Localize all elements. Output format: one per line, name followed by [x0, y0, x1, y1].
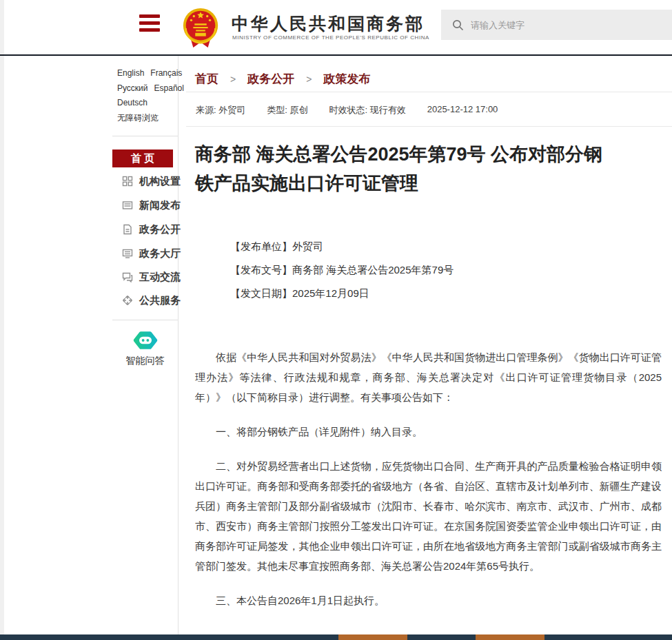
- document-icon: [121, 224, 133, 236]
- news-icon: [121, 200, 133, 211]
- sidebar-item-label: 互动交流: [139, 271, 181, 284]
- search-icon: [452, 19, 464, 31]
- sidebar-item-interaction[interactable]: 互动交流: [121, 269, 181, 285]
- header-divider: [0, 54, 672, 56]
- sidebar-item-gov-info[interactable]: 政务公开: [121, 222, 181, 237]
- footer-bar: [0, 634, 672, 640]
- left-gutter: [0, 0, 4, 640]
- language-switcher: English Français Русский Español Deutsch: [117, 66, 186, 111]
- meta-source: 来源: 外贸司: [196, 104, 245, 116]
- info-issue-date: 【发文日期】2025年12月09日: [230, 282, 454, 305]
- lang-francais[interactable]: Français: [150, 66, 182, 81]
- search-box[interactable]: [441, 10, 672, 40]
- public-service-icon: [121, 295, 133, 307]
- sidebar-item-label: 公共服务: [139, 294, 181, 307]
- sidebar-item-org[interactable]: 机构设置: [121, 174, 181, 189]
- breadcrumb-rule: [186, 92, 672, 92]
- sidebar-rule-top: [112, 136, 178, 136]
- breadcrumb-separator: >: [230, 74, 236, 85]
- meta-rule: [186, 126, 672, 127]
- article-paragraph: 一、将部分钢铁产品（详见附件）纳入目录。: [195, 422, 662, 442]
- page: 中华人民共和国商务部 MINISTRY OF COMMERCE OF THE P…: [0, 0, 672, 640]
- service-hall-icon: [121, 248, 133, 260]
- national-emblem-icon: [179, 5, 222, 49]
- sidebar-item-home[interactable]: 首 页: [112, 149, 173, 167]
- breadcrumb: 首页 > 政务公开 > 政策发布: [195, 71, 370, 87]
- sidebar-item-label: 机构设置: [139, 175, 181, 188]
- article-paragraph: 三、本公告自2026年1月1日起执行。: [195, 590, 662, 610]
- ai-qa-label: 智能问答: [112, 355, 178, 367]
- breadcrumb-separator: >: [306, 74, 312, 85]
- lang-english[interactable]: English: [117, 66, 144, 81]
- lang-deutsch[interactable]: Deutsch: [117, 96, 147, 111]
- sidebar-item-service-hall[interactable]: 政务大厅: [121, 246, 181, 261]
- article-paragraph: 二、对外贸易经营者出口上述货物，应凭货物出口合同、生产商开具的产品质量检验合格证…: [195, 456, 662, 576]
- sidebar-divider: [178, 56, 179, 634]
- sidebar-item-label: 政务大厅: [139, 247, 181, 260]
- meta-status: 时效状态: 现行有效: [329, 104, 405, 116]
- lang-russian[interactable]: Русский: [117, 81, 148, 96]
- article-title: 商务部 海关总署公告2025年第79号 公布对部分钢铁产品实施出口许可证管理: [195, 140, 609, 198]
- accessibility-link[interactable]: 无障碍浏览: [117, 111, 159, 125]
- sidebar-item-news[interactable]: 新闻发布: [121, 198, 181, 213]
- sidebar-item-label: 政务公开: [139, 223, 181, 236]
- meta-type: 类型: 原创: [267, 104, 307, 116]
- sidebar-item-public-service[interactable]: 公共服务: [121, 293, 181, 308]
- breadcrumb-gov-info[interactable]: 政务公开: [247, 71, 294, 87]
- site-subtitle: MINISTRY OF COMMERCE OF THE PEOPLE'S REP…: [232, 34, 429, 41]
- sidebar-item-label: 新闻发布: [139, 199, 181, 212]
- chat-icon: [121, 271, 133, 283]
- breadcrumb-policy[interactable]: 政策发布: [323, 71, 370, 87]
- footer-accent-segment: [476, 634, 544, 640]
- lang-espanol[interactable]: Español: [154, 81, 184, 96]
- article-paragraph: 依据《中华人民共和国对外贸易法》《中华人民共和国货物进出口管理条例》《货物出口许…: [195, 347, 662, 407]
- info-doc-number: 【发布文号】商务部 海关总署公告2025年第79号: [230, 258, 454, 282]
- org-grid-icon: [121, 176, 133, 187]
- article-info-block: 【发布单位】外贸司 【发布文号】商务部 海关总署公告2025年第79号 【发文日…: [230, 235, 454, 305]
- site-title: 中华人民共和国商务部: [232, 12, 425, 35]
- menu-hamburger-icon[interactable]: [139, 14, 160, 33]
- article-body: 依据《中华人民共和国对外贸易法》《中华人民共和国货物进出口管理条例》《货物出口许…: [195, 347, 662, 625]
- ai-qa-widget[interactable]: 智能问答: [112, 331, 178, 367]
- sidebar-rule-bottom: [112, 320, 178, 320]
- article-meta: 来源: 外贸司 类型: 原创 时效状态: 现行有效 2025-12-12 17:…: [196, 104, 498, 116]
- breadcrumb-home[interactable]: 首页: [195, 71, 218, 87]
- meta-datetime: 2025-12-12 17:00: [427, 104, 498, 116]
- ai-robot-icon: [129, 331, 162, 350]
- footer-accent-segment: [338, 634, 407, 640]
- search-input[interactable]: [471, 20, 643, 30]
- info-publish-unit: 【发布单位】外贸司: [230, 235, 454, 258]
- site-header: 中华人民共和国商务部 MINISTRY OF COMMERCE OF THE P…: [4, 0, 672, 54]
